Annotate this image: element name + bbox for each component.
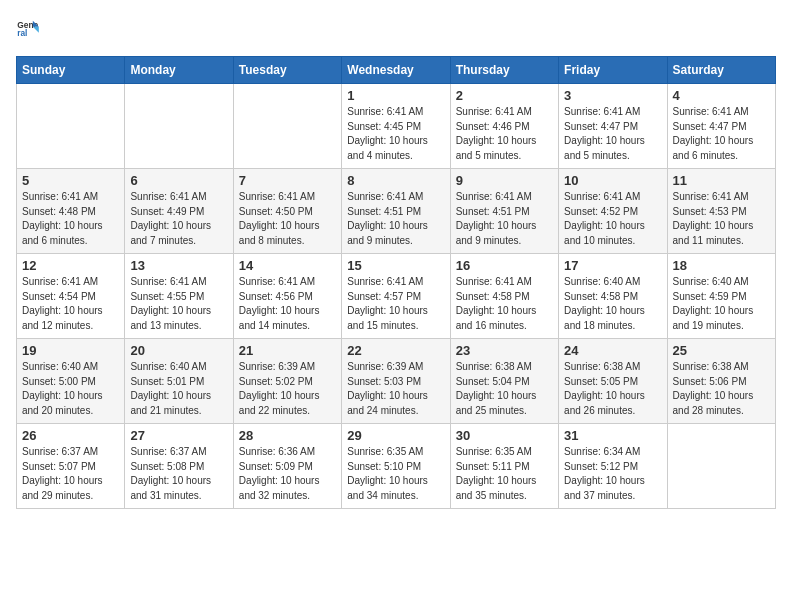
day-of-week-header: Monday: [125, 57, 233, 84]
day-number: 1: [347, 88, 444, 103]
calendar-week-row: 5Sunrise: 6:41 AM Sunset: 4:48 PM Daylig…: [17, 169, 776, 254]
day-of-week-header: Wednesday: [342, 57, 450, 84]
day-info: Sunrise: 6:38 AM Sunset: 5:05 PM Dayligh…: [564, 360, 661, 418]
day-info: Sunrise: 6:41 AM Sunset: 4:58 PM Dayligh…: [456, 275, 553, 333]
calendar-week-row: 26Sunrise: 6:37 AM Sunset: 5:07 PM Dayli…: [17, 424, 776, 509]
day-number: 18: [673, 258, 770, 273]
calendar-cell: 25Sunrise: 6:38 AM Sunset: 5:06 PM Dayli…: [667, 339, 775, 424]
day-number: 8: [347, 173, 444, 188]
day-info: Sunrise: 6:39 AM Sunset: 5:03 PM Dayligh…: [347, 360, 444, 418]
day-number: 3: [564, 88, 661, 103]
day-number: 23: [456, 343, 553, 358]
day-number: 27: [130, 428, 227, 443]
day-info: Sunrise: 6:41 AM Sunset: 4:51 PM Dayligh…: [347, 190, 444, 248]
day-info: Sunrise: 6:39 AM Sunset: 5:02 PM Dayligh…: [239, 360, 336, 418]
calendar-cell: 12Sunrise: 6:41 AM Sunset: 4:54 PM Dayli…: [17, 254, 125, 339]
day-number: 30: [456, 428, 553, 443]
calendar-week-row: 12Sunrise: 6:41 AM Sunset: 4:54 PM Dayli…: [17, 254, 776, 339]
svg-text:ral: ral: [17, 28, 27, 38]
calendar-cell: 31Sunrise: 6:34 AM Sunset: 5:12 PM Dayli…: [559, 424, 667, 509]
day-number: 14: [239, 258, 336, 273]
day-number: 17: [564, 258, 661, 273]
day-info: Sunrise: 6:41 AM Sunset: 4:49 PM Dayligh…: [130, 190, 227, 248]
calendar-cell: 17Sunrise: 6:40 AM Sunset: 4:58 PM Dayli…: [559, 254, 667, 339]
day-info: Sunrise: 6:41 AM Sunset: 4:54 PM Dayligh…: [22, 275, 119, 333]
day-number: 22: [347, 343, 444, 358]
day-of-week-header: Sunday: [17, 57, 125, 84]
calendar-cell: 20Sunrise: 6:40 AM Sunset: 5:01 PM Dayli…: [125, 339, 233, 424]
calendar-cell: 27Sunrise: 6:37 AM Sunset: 5:08 PM Dayli…: [125, 424, 233, 509]
page-header: Gene ral: [16, 16, 776, 44]
calendar-table: SundayMondayTuesdayWednesdayThursdayFrid…: [16, 56, 776, 509]
day-number: 7: [239, 173, 336, 188]
calendar-cell: 15Sunrise: 6:41 AM Sunset: 4:57 PM Dayli…: [342, 254, 450, 339]
day-info: Sunrise: 6:35 AM Sunset: 5:10 PM Dayligh…: [347, 445, 444, 503]
day-info: Sunrise: 6:40 AM Sunset: 4:59 PM Dayligh…: [673, 275, 770, 333]
day-info: Sunrise: 6:40 AM Sunset: 5:00 PM Dayligh…: [22, 360, 119, 418]
day-info: Sunrise: 6:38 AM Sunset: 5:04 PM Dayligh…: [456, 360, 553, 418]
calendar-cell: [233, 84, 341, 169]
day-info: Sunrise: 6:40 AM Sunset: 5:01 PM Dayligh…: [130, 360, 227, 418]
calendar-cell: 2Sunrise: 6:41 AM Sunset: 4:46 PM Daylig…: [450, 84, 558, 169]
day-info: Sunrise: 6:41 AM Sunset: 4:48 PM Dayligh…: [22, 190, 119, 248]
day-of-week-header: Friday: [559, 57, 667, 84]
day-info: Sunrise: 6:34 AM Sunset: 5:12 PM Dayligh…: [564, 445, 661, 503]
day-number: 6: [130, 173, 227, 188]
day-number: 9: [456, 173, 553, 188]
day-number: 29: [347, 428, 444, 443]
day-number: 31: [564, 428, 661, 443]
calendar-cell: 8Sunrise: 6:41 AM Sunset: 4:51 PM Daylig…: [342, 169, 450, 254]
day-of-week-header: Thursday: [450, 57, 558, 84]
day-number: 21: [239, 343, 336, 358]
day-info: Sunrise: 6:41 AM Sunset: 4:51 PM Dayligh…: [456, 190, 553, 248]
day-number: 10: [564, 173, 661, 188]
calendar-cell: 3Sunrise: 6:41 AM Sunset: 4:47 PM Daylig…: [559, 84, 667, 169]
calendar-cell: 29Sunrise: 6:35 AM Sunset: 5:10 PM Dayli…: [342, 424, 450, 509]
day-info: Sunrise: 6:37 AM Sunset: 5:08 PM Dayligh…: [130, 445, 227, 503]
calendar-cell: [667, 424, 775, 509]
day-of-week-header: Tuesday: [233, 57, 341, 84]
day-number: 20: [130, 343, 227, 358]
day-info: Sunrise: 6:37 AM Sunset: 5:07 PM Dayligh…: [22, 445, 119, 503]
day-info: Sunrise: 6:36 AM Sunset: 5:09 PM Dayligh…: [239, 445, 336, 503]
day-info: Sunrise: 6:41 AM Sunset: 4:45 PM Dayligh…: [347, 105, 444, 163]
day-info: Sunrise: 6:41 AM Sunset: 4:52 PM Dayligh…: [564, 190, 661, 248]
calendar-cell: 13Sunrise: 6:41 AM Sunset: 4:55 PM Dayli…: [125, 254, 233, 339]
calendar-cell: 14Sunrise: 6:41 AM Sunset: 4:56 PM Dayli…: [233, 254, 341, 339]
calendar-cell: 21Sunrise: 6:39 AM Sunset: 5:02 PM Dayli…: [233, 339, 341, 424]
day-number: 25: [673, 343, 770, 358]
calendar-week-row: 1Sunrise: 6:41 AM Sunset: 4:45 PM Daylig…: [17, 84, 776, 169]
calendar-cell: 24Sunrise: 6:38 AM Sunset: 5:05 PM Dayli…: [559, 339, 667, 424]
calendar-cell: 1Sunrise: 6:41 AM Sunset: 4:45 PM Daylig…: [342, 84, 450, 169]
calendar-cell: 9Sunrise: 6:41 AM Sunset: 4:51 PM Daylig…: [450, 169, 558, 254]
calendar-cell: 26Sunrise: 6:37 AM Sunset: 5:07 PM Dayli…: [17, 424, 125, 509]
day-info: Sunrise: 6:40 AM Sunset: 4:58 PM Dayligh…: [564, 275, 661, 333]
logo-graphic: Gene ral: [16, 16, 40, 44]
calendar-cell: 23Sunrise: 6:38 AM Sunset: 5:04 PM Dayli…: [450, 339, 558, 424]
day-number: 24: [564, 343, 661, 358]
day-info: Sunrise: 6:41 AM Sunset: 4:47 PM Dayligh…: [564, 105, 661, 163]
calendar-cell: 18Sunrise: 6:40 AM Sunset: 4:59 PM Dayli…: [667, 254, 775, 339]
calendar-cell: 30Sunrise: 6:35 AM Sunset: 5:11 PM Dayli…: [450, 424, 558, 509]
day-number: 11: [673, 173, 770, 188]
day-info: Sunrise: 6:41 AM Sunset: 4:47 PM Dayligh…: [673, 105, 770, 163]
day-info: Sunrise: 6:41 AM Sunset: 4:53 PM Dayligh…: [673, 190, 770, 248]
day-of-week-header: Saturday: [667, 57, 775, 84]
calendar-week-row: 19Sunrise: 6:40 AM Sunset: 5:00 PM Dayli…: [17, 339, 776, 424]
calendar-cell: 10Sunrise: 6:41 AM Sunset: 4:52 PM Dayli…: [559, 169, 667, 254]
day-number: 26: [22, 428, 119, 443]
calendar-header-row: SundayMondayTuesdayWednesdayThursdayFrid…: [17, 57, 776, 84]
day-number: 13: [130, 258, 227, 273]
day-number: 28: [239, 428, 336, 443]
calendar-cell: 7Sunrise: 6:41 AM Sunset: 4:50 PM Daylig…: [233, 169, 341, 254]
calendar-cell: [17, 84, 125, 169]
day-info: Sunrise: 6:41 AM Sunset: 4:57 PM Dayligh…: [347, 275, 444, 333]
day-number: 2: [456, 88, 553, 103]
day-number: 16: [456, 258, 553, 273]
calendar-cell: 11Sunrise: 6:41 AM Sunset: 4:53 PM Dayli…: [667, 169, 775, 254]
day-info: Sunrise: 6:41 AM Sunset: 4:46 PM Dayligh…: [456, 105, 553, 163]
calendar-cell: 6Sunrise: 6:41 AM Sunset: 4:49 PM Daylig…: [125, 169, 233, 254]
calendar-cell: [125, 84, 233, 169]
day-info: Sunrise: 6:41 AM Sunset: 4:56 PM Dayligh…: [239, 275, 336, 333]
calendar-cell: 19Sunrise: 6:40 AM Sunset: 5:00 PM Dayli…: [17, 339, 125, 424]
